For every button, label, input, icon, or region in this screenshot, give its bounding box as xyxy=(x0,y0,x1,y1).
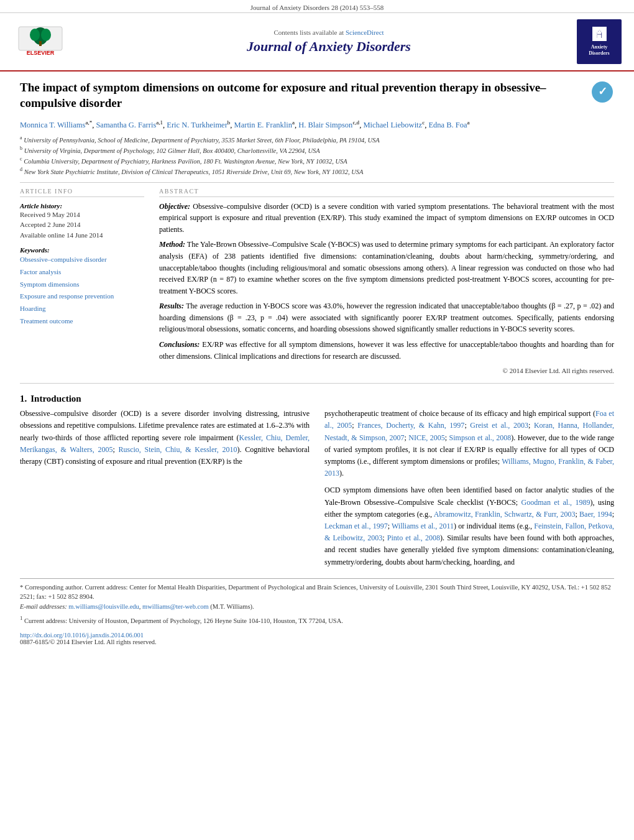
article-info-column: ARTICLE INFO Article history: Received 9… xyxy=(20,188,144,375)
article-info-heading: ARTICLE INFO xyxy=(20,188,144,197)
journal-citation: Journal of Anxiety Disorders 28 (2014) 5… xyxy=(250,4,384,11)
journal-citation-bar: Journal of Anxiety Disorders 28 (2014) 5… xyxy=(0,0,634,13)
email-link-2[interactable]: mwilliams@ter-web.com xyxy=(142,603,209,610)
abstract-text-block: Objective: Obsessive–compulsive disorder… xyxy=(159,201,614,362)
abstract-heading: ABSTRACT xyxy=(159,188,614,197)
affiliation-b: b University of Virginia, Department of … xyxy=(20,145,614,155)
footnotes-area: * Corresponding author. Current address:… xyxy=(20,578,614,626)
crossmark-icon: ✓ xyxy=(590,80,614,104)
journal-header: ELSEVIER Contents lists available at Sci… xyxy=(0,13,634,72)
intro-two-col: Obsessive–compulsive disorder (OCD) is a… xyxy=(20,408,614,568)
keyword-4: Exposure and response prevention xyxy=(20,290,144,303)
intro-number: 1. xyxy=(20,394,27,404)
email-link-1[interactable]: m.williams@louisville.edu xyxy=(68,603,139,610)
contents-list-text: Contents lists available at ScienceDirec… xyxy=(81,29,577,36)
title-area: The impact of symptom dimensions on outc… xyxy=(20,80,583,116)
abstract-results: Results: The average reduction in Y-BOCS… xyxy=(159,300,614,335)
anxiety-disorders-logo: 🅰 AnxietyDisorders xyxy=(577,19,622,64)
doi-link[interactable]: http://dx.doi.org/10.1016/j.janxdis.2014… xyxy=(20,632,614,639)
footnote-1: 1 Current address: University of Houston… xyxy=(20,614,614,625)
keyword-3: Symptom dimensions xyxy=(20,279,144,291)
abstract-copyright: © 2014 Elsevier Ltd. All rights reserved… xyxy=(159,367,614,374)
journal-title-center: Contents lists available at ScienceDirec… xyxy=(81,29,577,55)
affiliations-block: a University of Pennsylvania, School of … xyxy=(20,134,614,177)
frances-ref[interactable]: Frances, Docherty, & Kahn, 1997 xyxy=(357,421,464,430)
journal-name: Journal of Anxiety Disorders xyxy=(81,39,577,55)
intro-para-right-1: psychotherapeutic treatment of choice be… xyxy=(324,408,614,479)
doi-area: http://dx.doi.org/10.1016/j.janxdis.2014… xyxy=(20,632,614,645)
results-label: Results: xyxy=(159,302,184,310)
authors-line: Monnica T. Williamsa,*, Samantha G. Farr… xyxy=(20,119,614,130)
abstract-method: Method: The Yale-Brown Obsessive–Compuls… xyxy=(159,239,614,297)
pinto-ref[interactable]: Pinto et al., 2008 xyxy=(387,533,440,542)
keyword-2: Factor analysis xyxy=(20,266,144,279)
intro-right-col: psychotherapeutic treatment of choice be… xyxy=(324,408,614,568)
nice-ref[interactable]: NICE, 2005 xyxy=(408,433,444,442)
article-container: The impact of symptom dimensions on outc… xyxy=(0,72,634,658)
available-date: Available online 14 June 2014 xyxy=(20,230,144,241)
goodman-ref[interactable]: Goodman et al., 1989 xyxy=(521,498,590,507)
objective-text: Obsessive–compulsive disorder (OCD) is a… xyxy=(159,202,614,234)
svg-point-3 xyxy=(41,29,51,41)
greist-ref[interactable]: Greist et al., 2003 xyxy=(470,421,528,430)
article-title: The impact of symptom dimensions on outc… xyxy=(20,80,583,111)
ruscio-ref[interactable]: Ruscio, Stein, Chiu, & Kessler, 2010 xyxy=(119,445,237,454)
abstract-column: ABSTRACT Objective: Obsessive–compulsive… xyxy=(159,188,614,375)
issn-copyright: 0887-6185/© 2014 Elsevier Ltd. All right… xyxy=(20,639,614,645)
elsevier-logo: ELSEVIER xyxy=(12,24,68,60)
abramowitz-ref[interactable]: Abramowitz, Franklin, Schwartz, & Furr, … xyxy=(434,510,576,519)
affiliation-c: c Columbia University, Department of Psy… xyxy=(20,155,614,166)
sciencedirect-link[interactable]: ScienceDirect xyxy=(346,29,384,36)
footnote-email: E-mail addresses: m.williams@louisville.… xyxy=(20,602,614,612)
method-text: The Yale-Brown Obsessive–Compulsive Scal… xyxy=(159,240,614,295)
introduction-section: 1. Introduction Obsessive–compulsive dis… xyxy=(20,394,614,568)
keyword-6: Treatment outcome xyxy=(20,315,144,328)
objective-label: Objective: xyxy=(159,202,190,211)
results-text: The average reduction in Y-BOCS score wa… xyxy=(159,302,614,333)
keywords-label: Keywords: xyxy=(20,246,144,254)
leckman-ref[interactable]: Leckman et al., 1997 xyxy=(324,522,388,530)
simpson-2008-ref[interactable]: Simpson et al., 2008 xyxy=(449,433,512,442)
conclusions-label: Conclusions: xyxy=(159,340,200,349)
baer-ref[interactable]: Baer, 1994 xyxy=(579,510,612,519)
received-date: Received 9 May 2014 xyxy=(20,210,144,220)
footnote-star: * Corresponding author. Current address:… xyxy=(20,583,614,602)
history-label: Article history: xyxy=(20,202,144,210)
accepted-date: Accepted 2 June 2014 xyxy=(20,219,144,230)
svg-rect-4 xyxy=(39,41,42,46)
divider-2 xyxy=(20,383,614,384)
williams-2013-ref[interactable]: Williams, Mugno, Franklin, & Faber, 2013 xyxy=(324,457,614,478)
method-label: Method: xyxy=(159,240,185,249)
intro-para-1: Obsessive–compulsive disorder (OCD) is a… xyxy=(20,408,310,468)
info-abstract-cols: ARTICLE INFO Article history: Received 9… xyxy=(20,188,614,375)
keyword-1: Obsessive–compulsive disorder xyxy=(20,254,144,266)
keywords-list: Obsessive–compulsive disorder Factor ana… xyxy=(20,254,144,328)
svg-text:ELSEVIER: ELSEVIER xyxy=(27,50,55,56)
affiliation-a: a University of Pennsylvania, School of … xyxy=(20,134,614,145)
keyword-5: Hoarding xyxy=(20,303,144,315)
intro-title: Introduction xyxy=(30,394,81,404)
abstract-objective: Objective: Obsessive–compulsive disorder… xyxy=(159,201,614,236)
abstract-conclusions: Conclusions: EX/RP was effective for all… xyxy=(159,339,614,362)
intro-para-right-2: OCD symptom dimensions have often been i… xyxy=(324,484,614,568)
intro-left-col: Obsessive–compulsive disorder (OCD) is a… xyxy=(20,408,310,568)
svg-text:✓: ✓ xyxy=(598,85,607,98)
affiliation-d: d New York State Psychiatric Institute, … xyxy=(20,166,614,177)
conclusions-text: EX/RP was effective for all symptom dime… xyxy=(159,340,614,361)
title-crossmark-row: The impact of symptom dimensions on outc… xyxy=(20,80,614,116)
divider-1 xyxy=(20,182,614,183)
williams-2011-ref[interactable]: Williams et al., 2011 xyxy=(392,522,454,530)
svg-point-2 xyxy=(30,29,40,41)
